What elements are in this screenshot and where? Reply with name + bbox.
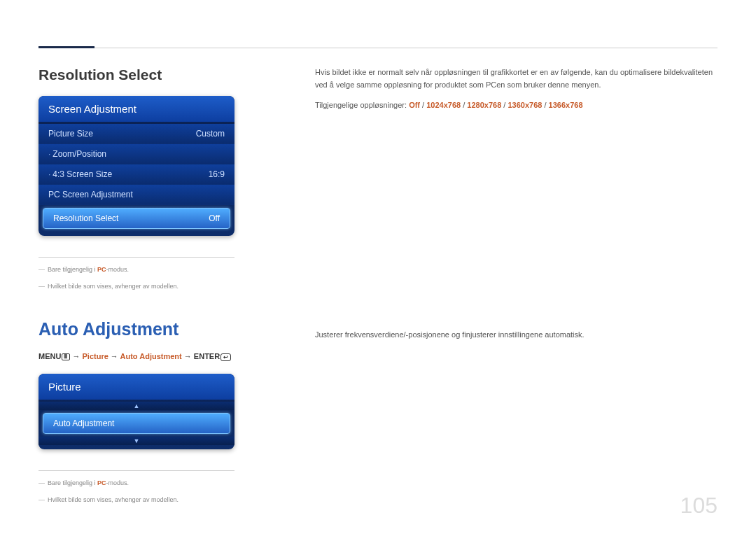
path-arrow: → xyxy=(108,352,120,360)
osd-row-picture-size[interactable]: Picture Size Custom xyxy=(38,124,234,144)
section-auto-adjustment: Auto Adjustment MENUⅢ → Picture → Auto A… xyxy=(38,319,718,513)
osd-value: Custom xyxy=(196,129,225,139)
osd-value: 16:9 xyxy=(209,169,225,179)
page: Resolution Select Screen Adjustment Pict… xyxy=(0,0,756,534)
res-prefix: Tilgjengelige oppløsninger: xyxy=(315,101,409,109)
menu-icon: Ⅲ xyxy=(62,353,70,360)
path-auto: Auto Adjustment xyxy=(120,352,182,360)
res-1360: 1360x768 xyxy=(507,101,542,109)
note-model: ― Hvilket bilde som vises, avhenger av m… xyxy=(38,283,273,290)
note-pc-mode: ― Bare tilgjengelig i PC-modus. xyxy=(38,479,273,486)
osd-header: Screen Adjustment xyxy=(38,96,234,122)
osd-row-auto-adjustment[interactable]: Auto Adjustment xyxy=(43,413,230,434)
left-column: Resolution Select Screen Adjustment Pict… xyxy=(38,66,273,300)
path-arrow: → xyxy=(182,352,194,360)
page-number: 105 xyxy=(680,493,718,519)
section-resolution-select: Resolution Select Screen Adjustment Pict… xyxy=(38,66,718,300)
top-rule-accent xyxy=(38,46,94,48)
note-highlight: PC xyxy=(97,266,106,273)
bullet-icon: · xyxy=(48,149,50,159)
osd-header: Picture xyxy=(38,374,234,400)
right-column: Justerer frekvensverdiene/-posisjonene o… xyxy=(315,319,718,513)
dash-icon: ― xyxy=(38,496,45,503)
note-text: Hvilket bilde som vises, avhenger av mod… xyxy=(48,496,178,503)
divider xyxy=(38,470,234,471)
note-pc-mode: ― Bare tilgjengelig i PC-modus. xyxy=(38,266,273,273)
note-highlight: PC xyxy=(97,479,106,486)
path-arrow: → xyxy=(70,352,82,360)
dash-icon: ― xyxy=(38,266,45,273)
res-1024: 1024x768 xyxy=(426,101,461,109)
osd-label: PC Screen Adjustment xyxy=(48,190,133,199)
osd-label: Zoom/Position xyxy=(52,149,106,159)
left-column: Auto Adjustment MENUⅢ → Picture → Auto A… xyxy=(38,319,273,513)
path-enter: ENTER xyxy=(194,352,220,360)
path-menu: MENU xyxy=(38,352,61,360)
res-1366: 1366x768 xyxy=(549,101,583,109)
osd-row-4-3-screen-size[interactable]: ·4:3 Screen Size 16:9 xyxy=(38,164,234,185)
top-rule xyxy=(38,48,718,48)
note-model: ― Hvilket bilde som vises, avhenger av m… xyxy=(38,496,273,503)
note-text: Hvilket bilde som vises, avhenger av mod… xyxy=(48,283,178,290)
osd-label: Picture Size xyxy=(48,129,93,139)
res-off: Off xyxy=(409,101,420,109)
osd-picture: Picture ▲ Auto Adjustment ▼ xyxy=(38,374,234,449)
enter-icon: ↩ xyxy=(220,353,231,361)
bullet-icon: · xyxy=(48,169,50,179)
note-text: Bare tilgjengelig i xyxy=(48,266,97,273)
osd-label: 4:3 Screen Size xyxy=(52,169,112,179)
osd-row-pc-screen-adjustment[interactable]: PC Screen Adjustment xyxy=(38,185,234,205)
right-column: Hvis bildet ikke er normalt selv når opp… xyxy=(315,66,718,300)
osd-label: Auto Adjustment xyxy=(53,419,114,428)
body-paragraph: Hvis bildet ikke er normalt selv når opp… xyxy=(315,66,718,91)
osd-row-resolution-select[interactable]: Resolution Select Off xyxy=(43,208,230,229)
note-text: -modus. xyxy=(106,479,130,486)
note-text: Bare tilgjengelig i xyxy=(48,479,97,486)
osd-arrow-down[interactable]: ▼ xyxy=(38,437,234,445)
path-picture: Picture xyxy=(83,352,108,360)
body-paragraph: Justerer frekvensverdiene/-posisjonene o… xyxy=(315,329,718,342)
divider xyxy=(38,257,234,258)
osd-screen-adjustment: Screen Adjustment Picture Size Custom ·Z… xyxy=(38,96,234,236)
menu-path: MENUⅢ → Picture → Auto Adjustment → ENTE… xyxy=(38,352,273,361)
dash-icon: ― xyxy=(38,479,45,486)
body-resolutions: Tilgjengelige oppløsninger: Off / 1024x7… xyxy=(315,99,718,112)
res-1280: 1280x768 xyxy=(467,101,501,109)
note-text: -modus. xyxy=(106,266,130,273)
osd-arrow-up[interactable]: ▲ xyxy=(38,402,234,410)
osd-body: ▲ Auto Adjustment ▼ xyxy=(38,400,234,449)
osd-value: Off xyxy=(209,213,220,223)
osd-row-zoom-position[interactable]: ·Zoom/Position xyxy=(38,144,234,164)
osd-label: Resolution Select xyxy=(53,213,118,223)
section-title: Auto Adjustment xyxy=(38,319,273,339)
section-title: Resolution Select xyxy=(38,66,273,83)
dash-icon: ― xyxy=(38,283,45,290)
osd-body: Picture Size Custom ·Zoom/Position ·4:3 … xyxy=(38,122,234,236)
